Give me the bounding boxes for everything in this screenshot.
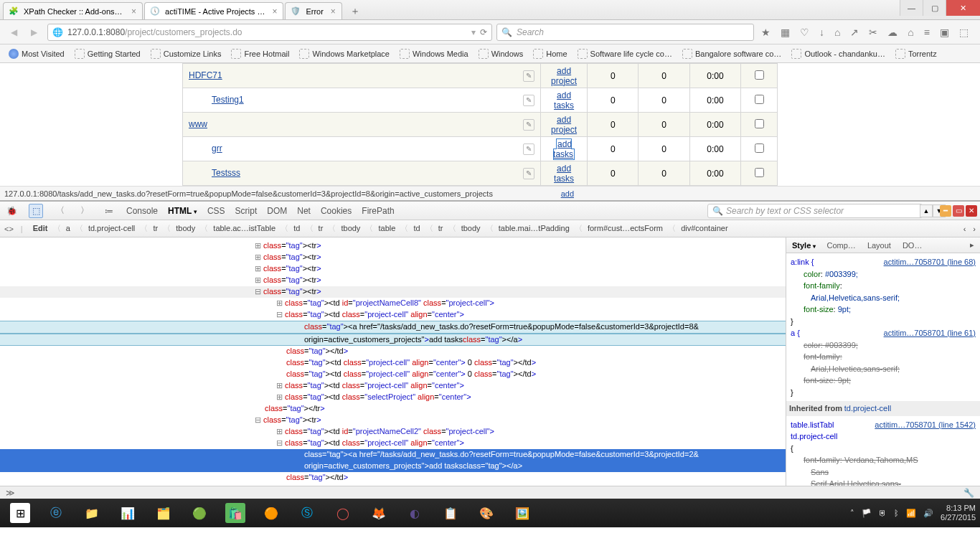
up-icon[interactable]: ▲ xyxy=(920,204,933,217)
dom-node[interactable]: ⊞ class="tag"><td id="projectNameCell2" … xyxy=(0,426,786,438)
volume-icon[interactable]: 🔊 xyxy=(923,509,933,518)
toolbar-icon[interactable]: ⬚ xyxy=(959,27,969,38)
url-bar[interactable]: 🌐 127.0.0.1:8080/project/customers_proje… xyxy=(47,24,492,41)
dom-node[interactable]: class="tag"><td class="project-cell" ali… xyxy=(0,369,786,380)
dom-node[interactable]: origin=active_customers_projects">add ta… xyxy=(0,461,786,472)
breadcrumb[interactable]: tbody xyxy=(173,222,198,234)
bookmark-item[interactable]: Most Visited xyxy=(6,47,67,60)
action-link[interactable]: addproject xyxy=(551,115,577,135)
devtools-panel-dom[interactable]: DOM xyxy=(267,206,287,216)
bookmark-item[interactable]: Windows Media xyxy=(397,47,471,60)
browser-tab-0[interactable]: 🧩 XPath Checker :: Add-ons f… × xyxy=(3,2,143,19)
expand-icon[interactable]: ⊞ xyxy=(275,380,283,392)
toolbar-icon[interactable]: ↓ xyxy=(819,27,824,38)
dom-node[interactable]: ⊞ class="tag"><tr> xyxy=(0,275,786,286)
start-button[interactable]: ⊞ xyxy=(3,500,37,526)
store-icon[interactable]: 🛍️ xyxy=(218,500,253,526)
project-link[interactable]: HDFC71 xyxy=(189,70,222,80)
dom-node[interactable]: origin=active_customers_projects">add ta… xyxy=(0,334,786,347)
dom-node[interactable]: ⊟ class="tag"><td class="project-cell" a… xyxy=(0,438,786,449)
breadcrumb[interactable]: td xyxy=(291,222,303,234)
dom-node[interactable]: ⊟ class="tag"><tr> xyxy=(0,415,786,426)
minimize-button[interactable]: — xyxy=(900,0,923,16)
row-checkbox[interactable] xyxy=(755,95,764,104)
toolbar-icon[interactable]: ⌂ xyxy=(834,27,840,38)
breadcrumb[interactable]: tr xyxy=(150,222,161,234)
toolbar-icon[interactable]: ≡ xyxy=(924,27,930,38)
breadcrumb[interactable]: tr xyxy=(435,222,446,234)
dt-min-icon[interactable]: ━ xyxy=(940,205,951,217)
toolbar-icon[interactable]: ▦ xyxy=(781,27,790,38)
dom-node[interactable]: class="tag"></tr> xyxy=(0,403,786,415)
paint-icon[interactable]: 🎨 xyxy=(469,500,504,526)
wrench-icon[interactable]: 🔧 xyxy=(963,488,974,498)
expand-icon[interactable]: ⊞ xyxy=(254,263,261,275)
commandline-bar[interactable]: ≫ 🔧 xyxy=(0,486,980,499)
devtools-panel-firepath[interactable]: FirePath xyxy=(362,206,394,216)
bookmark-item[interactable]: Getting Started xyxy=(72,47,143,60)
app-icon[interactable]: 🗂️ xyxy=(146,500,181,526)
devtools-panel-cookies[interactable]: Cookies xyxy=(321,206,352,216)
dom-tree[interactable]: ⊞ class="tag"><tr>⊞ class="tag"><tr>⊞ cl… xyxy=(0,237,786,486)
expand-icon[interactable]: ⊞ xyxy=(275,298,283,309)
action-link[interactable]: addtasks xyxy=(554,90,574,110)
breadcrumb[interactable]: table.mai…tPadding xyxy=(496,222,573,234)
toolbar-icon[interactable]: ♡ xyxy=(800,27,809,38)
add-link[interactable]: add xyxy=(561,189,574,198)
chrome-icon[interactable]: 🟢 xyxy=(182,500,217,526)
style-tab[interactable]: DO… xyxy=(897,241,928,250)
edit-icon[interactable]: ✎ xyxy=(523,119,534,131)
eclipse-icon[interactable]: ◐ xyxy=(397,500,432,526)
edit-icon[interactable]: ✎ xyxy=(523,168,534,179)
bookmark-item[interactable]: Windows xyxy=(476,47,527,60)
dom-node[interactable]: ⊞ class="tag"><td id="projectNameCell8" … xyxy=(0,298,786,309)
bookmark-item[interactable]: Torrentz xyxy=(892,47,940,60)
devtools-panel-css[interactable]: CSS xyxy=(207,206,225,216)
style-tab[interactable]: Layout xyxy=(862,241,897,250)
expand-icon[interactable]: ⊟ xyxy=(275,309,283,321)
dom-node[interactable]: class="tag"></td> xyxy=(0,346,786,357)
style-tab[interactable]: Comp… xyxy=(821,241,862,250)
dom-node[interactable]: ⊞ class="tag"><td class="selectProject" … xyxy=(0,392,786,403)
next-icon[interactable]: 〉 xyxy=(77,204,92,218)
row-checkbox[interactable] xyxy=(755,168,764,177)
bookmark-item[interactable]: Outlook - chandanku… xyxy=(788,47,888,60)
app-icon[interactable]: 🟠 xyxy=(254,500,288,526)
firefox-icon[interactable]: 🦊 xyxy=(362,500,396,526)
clock[interactable]: 8:13 PM6/27/2015 xyxy=(941,504,976,522)
devtools-search[interactable]: 🔍 Search by text or CSS selector xyxy=(707,204,923,218)
network-icon[interactable]: 📶 xyxy=(906,509,916,518)
row-checkbox[interactable] xyxy=(755,119,764,128)
devtools-panel-console[interactable]: Console xyxy=(126,206,158,216)
dom-node[interactable]: class="tag"></td> xyxy=(0,472,786,484)
shield-icon[interactable]: ⛨ xyxy=(879,509,887,517)
lines-icon[interactable]: ≔ xyxy=(102,204,116,218)
reload-icon[interactable]: ⟳ xyxy=(480,27,487,37)
breadcrumb[interactable]: Edit xyxy=(30,222,51,234)
new-tab-button[interactable]: ＋ xyxy=(347,4,364,19)
dt-popout-icon[interactable]: ▭ xyxy=(953,205,964,217)
tray-chevron-icon[interactable]: ˄ xyxy=(850,509,854,518)
prev-icon[interactable]: 〈 xyxy=(53,204,67,218)
edit-icon[interactable]: <> xyxy=(4,225,14,233)
breadcrumb[interactable]: td xyxy=(410,222,423,234)
explorer-icon[interactable]: 📁 xyxy=(75,500,109,526)
action-link[interactable]: addtasks xyxy=(554,164,574,184)
app-icon[interactable]: 📋 xyxy=(433,500,468,526)
bookmark-item[interactable]: Windows Marketplace xyxy=(296,47,392,60)
edit-icon[interactable]: ✎ xyxy=(523,143,534,155)
dom-node[interactable]: class="tag"><td class="project-cell" ali… xyxy=(0,357,786,369)
bookmark-item[interactable]: Software life cycle co… xyxy=(575,47,675,60)
breadcrumb[interactable]: a xyxy=(63,222,73,234)
back-button[interactable]: ◀ xyxy=(4,23,23,42)
toolbar-icon[interactable]: ✂ xyxy=(869,27,877,38)
dom-node[interactable]: class="tag"><a href="/tasks/add_new_task… xyxy=(0,321,786,334)
system-tray[interactable]: ˄ 🏳️ ⛨ ᛒ 📶 🔊 8:13 PM6/27/2015 xyxy=(850,504,976,522)
breadcrumb[interactable]: tbody xyxy=(338,222,363,234)
close-icon[interactable]: × xyxy=(272,6,277,17)
project-link[interactable]: www xyxy=(189,119,207,129)
edit-icon[interactable]: ✎ xyxy=(523,70,534,82)
chevron-right-icon[interactable]: › xyxy=(973,225,976,233)
action-link[interactable]: addproject xyxy=(551,66,577,86)
chevron-right-icon[interactable]: ▸ xyxy=(964,240,980,250)
